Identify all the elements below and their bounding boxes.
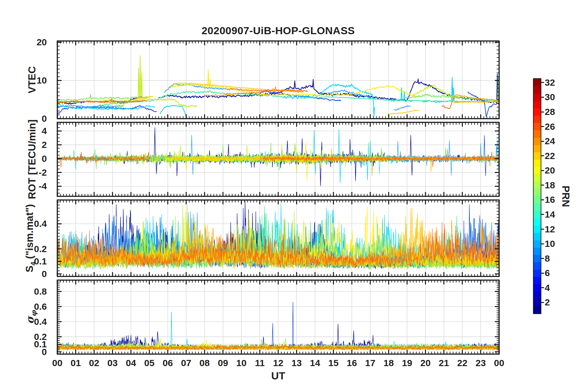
y-tick-label: 10 bbox=[12, 75, 47, 86]
colorbar-tick bbox=[541, 243, 544, 244]
colorbar-block bbox=[534, 189, 541, 196]
colorbar-tick-label: 6 bbox=[545, 268, 571, 278]
colorbar-tick bbox=[541, 126, 544, 127]
colorbar-block bbox=[534, 247, 541, 255]
colorbar-tick bbox=[541, 112, 544, 112]
colorbar-block bbox=[534, 130, 541, 137]
colorbar-tick bbox=[541, 199, 544, 200]
colorbar-tick bbox=[541, 82, 544, 83]
colorbar-block bbox=[534, 233, 541, 240]
colorbar-block bbox=[534, 218, 541, 226]
colorbar-block bbox=[534, 137, 541, 145]
colorbar-block bbox=[534, 123, 541, 130]
colorbar-block bbox=[534, 86, 541, 94]
colorbar-tick-label: 32 bbox=[545, 77, 571, 88]
colorbar-tick-label: 10 bbox=[545, 239, 571, 249]
colorbar-tick bbox=[541, 141, 544, 142]
colorbar-block bbox=[534, 167, 541, 174]
colorbar-tick-label: 12 bbox=[545, 224, 571, 235]
y-tick-label: 4 bbox=[12, 125, 47, 137]
chart-title: 20200907-UiB-HOP-GLONASS bbox=[57, 25, 499, 37]
colorbar-tick bbox=[541, 302, 544, 303]
colorbar-block bbox=[534, 152, 541, 160]
y-tick-label: 2 bbox=[12, 139, 47, 151]
colorbar-block bbox=[534, 306, 541, 313]
colorbar-tick-label: 26 bbox=[545, 121, 571, 132]
y-tick-label: 0.4 bbox=[12, 218, 47, 230]
colorbar-block bbox=[534, 196, 541, 204]
y-tick-label: 0.4 bbox=[12, 316, 47, 328]
colorbar-tick bbox=[541, 214, 544, 215]
y-tick-label: 0.1 bbox=[12, 255, 47, 267]
colorbar-block bbox=[534, 277, 541, 284]
colorbar-block bbox=[534, 116, 541, 123]
colorbar-tick-label: 24 bbox=[545, 136, 571, 146]
colorbar-block bbox=[534, 160, 541, 167]
colorbar-tick bbox=[541, 170, 544, 171]
colorbar-block bbox=[534, 240, 541, 247]
colorbar-block bbox=[534, 292, 541, 299]
colorbar-tick-label: 30 bbox=[545, 92, 571, 102]
colorbar-block bbox=[534, 108, 541, 116]
colorbar-tick-label: 20 bbox=[545, 165, 571, 176]
y-tick-label: 0.8 bbox=[12, 286, 47, 297]
colorbar-block bbox=[534, 182, 541, 189]
colorbar-block bbox=[534, 211, 541, 218]
colorbar-tick-label: 16 bbox=[545, 194, 571, 205]
colorbar-tick bbox=[541, 287, 544, 288]
colorbar-tick-label: 28 bbox=[545, 107, 571, 117]
colorbar-block bbox=[534, 226, 541, 233]
colorbar-block bbox=[534, 94, 541, 101]
colorbar-block bbox=[534, 174, 541, 182]
s4-plot-canvas bbox=[55, 198, 501, 278]
colorbar-block bbox=[534, 203, 541, 211]
vtec-plot-canvas bbox=[55, 39, 501, 120]
y-tick-label: 0 bbox=[12, 153, 47, 165]
colorbar-tick-label: 4 bbox=[545, 283, 571, 293]
colorbar-block bbox=[534, 284, 541, 292]
colorbar-tick bbox=[541, 185, 544, 186]
y-tick-label: 0.2 bbox=[12, 243, 47, 255]
colorbar-tick-label: 18 bbox=[545, 180, 571, 190]
y-tick-label: 0 bbox=[12, 113, 47, 125]
colorbar-tick bbox=[541, 273, 544, 274]
colorbar-tick bbox=[541, 97, 544, 98]
y-tick-label: -2 bbox=[12, 167, 47, 178]
y-tick-label: 0 bbox=[12, 268, 47, 280]
figure: 20200907-UiB-HOP-GLONASS VTEC ROT [TECU/… bbox=[0, 0, 586, 392]
colorbar-tick-label: 2 bbox=[545, 297, 571, 308]
sigma_phi-plot-canvas bbox=[55, 278, 501, 356]
colorbar-block bbox=[534, 255, 541, 262]
x-axis-label: UT bbox=[57, 370, 499, 382]
colorbar-block bbox=[534, 101, 541, 108]
colorbar-block bbox=[534, 79, 541, 86]
rot-plot-canvas bbox=[55, 120, 501, 198]
y-tick-label: 0.6 bbox=[12, 301, 47, 312]
colorbar-tick bbox=[541, 155, 544, 156]
colorbar-tick-label: 22 bbox=[545, 151, 571, 161]
colorbar-tick bbox=[541, 229, 544, 230]
y-tick-label: 0.2 bbox=[12, 331, 47, 343]
colorbar-tick-label: 8 bbox=[545, 253, 571, 264]
y-tick-label: 20 bbox=[12, 36, 47, 48]
colorbar-block bbox=[534, 145, 541, 152]
colorbar-tick bbox=[541, 258, 544, 259]
colorbar-block bbox=[534, 269, 541, 277]
y-tick-label: -4 bbox=[12, 180, 47, 192]
colorbar-block bbox=[534, 299, 541, 306]
colorbar-tick-label: 14 bbox=[545, 209, 571, 220]
x-tick-label: 00 bbox=[487, 357, 511, 369]
colorbar-block bbox=[534, 262, 541, 270]
